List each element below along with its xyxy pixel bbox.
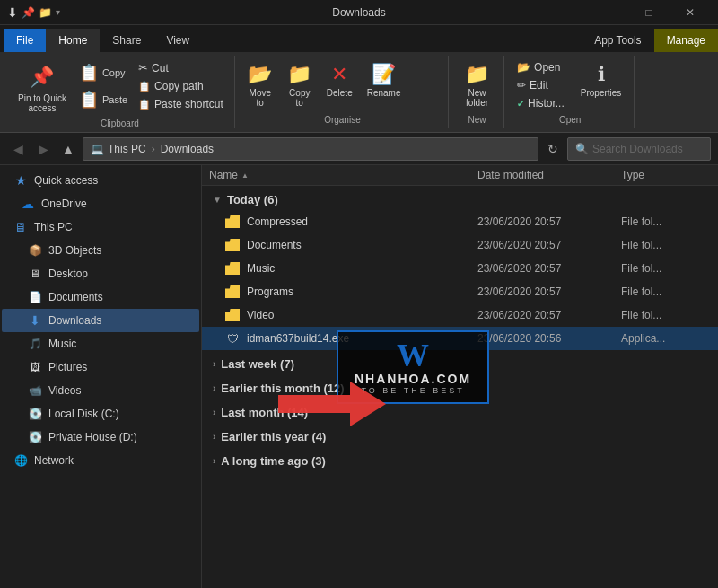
edit-button[interactable]: ✏ Edit bbox=[513, 77, 568, 93]
edit-icon: ✏ bbox=[517, 79, 526, 92]
col-name[interactable]: Name ▲ bbox=[209, 169, 477, 181]
pasteshortcut-button[interactable]: 📋 Paste shortcut bbox=[135, 96, 227, 112]
exe-icon: 🛡 bbox=[223, 329, 241, 347]
pin-icon: 📌 bbox=[28, 63, 57, 92]
properties-button[interactable]: ℹ Properties bbox=[575, 59, 627, 101]
group-earlierthisyear[interactable]: › Earlier this year (4) bbox=[202, 423, 718, 447]
file-row-programs[interactable]: Programs 23/06/2020 20:57 File fol... bbox=[202, 280, 718, 303]
tab-share[interactable]: Share bbox=[100, 29, 153, 52]
cut-icon: ✂ bbox=[138, 61, 148, 75]
privatehouse-d-icon: 💽 bbox=[27, 429, 43, 445]
videos-icon: 📹 bbox=[27, 382, 43, 399]
sidebar-item-pictures[interactable]: 🖼 Pictures bbox=[2, 355, 199, 379]
ribbon-group-open: 📂 Open ✏ Edit ✔ Histor... ℹ Properties O… bbox=[506, 56, 635, 128]
copyto-button[interactable]: 📁 Copy to bbox=[282, 59, 318, 111]
minimize-button[interactable]: ─ bbox=[587, 0, 628, 25]
up-button[interactable]: ▲ bbox=[57, 138, 79, 160]
properties-icon: ℹ bbox=[598, 63, 605, 86]
newfolder-icon: 📁 bbox=[465, 63, 489, 86]
file-row-music[interactable]: Music 23/06/2020 20:57 File fol... bbox=[202, 257, 718, 280]
sidebar-item-documents[interactable]: 📄 Documents bbox=[2, 285, 199, 309]
file-row-video[interactable]: Video 23/06/2020 20:57 File fol... bbox=[202, 303, 718, 327]
folder-icon bbox=[223, 283, 241, 301]
refresh-button[interactable]: ↻ bbox=[542, 137, 564, 161]
sidebar-item-music[interactable]: 🎵 Music bbox=[2, 332, 199, 355]
file-row-compressed[interactable]: Compressed 23/06/2020 20:57 File fol... bbox=[202, 210, 718, 233]
sidebar-item-3dobjects[interactable]: 📦 3D Objects bbox=[2, 239, 199, 262]
copy-button[interactable]: 📋 Copy bbox=[75, 61, 131, 84]
ribbon-group-clipboard: 📌 Pin to Quick access 📋 Copy 📋 Paste ✂ C… bbox=[5, 56, 235, 128]
tab-apptools[interactable]: App Tools bbox=[582, 29, 653, 52]
paste-button[interactable]: 📋 Paste bbox=[75, 88, 131, 111]
3dobjects-icon: 📦 bbox=[27, 242, 43, 259]
sort-arrow: ▲ bbox=[241, 171, 249, 180]
history-button[interactable]: ✔ Histor... bbox=[513, 95, 568, 111]
group-lastmonth-label: Last month (14) bbox=[221, 406, 308, 419]
delete-icon: ✕ bbox=[331, 63, 347, 86]
file-column-headers: Name ▲ Date modified Type bbox=[202, 165, 718, 186]
close-button[interactable]: ✕ bbox=[670, 0, 711, 25]
back-button[interactable]: ◀ bbox=[7, 138, 29, 160]
sidebar-item-network[interactable]: 🌐 Network bbox=[2, 449, 199, 472]
documents-icon: 📄 bbox=[27, 289, 43, 305]
title-pin-icon: 📌 bbox=[22, 6, 35, 19]
sidebar-item-thispc[interactable]: 🖥 This PC bbox=[2, 215, 199, 239]
maximize-button[interactable]: □ bbox=[628, 0, 670, 25]
paste-icon: 📋 bbox=[79, 90, 99, 110]
group-earlierthismonth-label: Earlier this month (12) bbox=[221, 382, 344, 395]
tab-view[interactable]: View bbox=[153, 29, 202, 52]
open-icon: 📂 bbox=[517, 61, 530, 74]
history-icon: ✔ bbox=[517, 99, 524, 109]
folder-icon bbox=[223, 236, 241, 254]
sidebar-item-downloads[interactable]: ⬇ Downloads bbox=[2, 309, 199, 332]
tab-file[interactable]: File bbox=[4, 29, 46, 52]
pin-to-quickaccess-button[interactable]: 📌 Pin to Quick access bbox=[13, 59, 72, 117]
chevron-right-icon: › bbox=[213, 359, 215, 369]
search-placeholder: Search Downloads bbox=[592, 143, 683, 155]
title-bar-icons: ⬇ 📌 📁 ▾ bbox=[7, 5, 60, 20]
rename-button[interactable]: 📝 Rename bbox=[362, 59, 407, 111]
sidebar: ★ Quick access ☁ OneDrive 🖥 This PC 📦 3D… bbox=[0, 165, 202, 588]
copypath-button[interactable]: 📋 Copy path bbox=[135, 78, 227, 94]
search-input[interactable]: 🔍 Search Downloads bbox=[567, 137, 711, 161]
moveto-icon: 📂 bbox=[248, 63, 272, 86]
title-folder-icon: 📁 bbox=[39, 6, 52, 19]
sidebar-item-quickaccess[interactable]: ★ Quick access bbox=[2, 169, 199, 192]
onedrive-icon: ☁ bbox=[20, 196, 36, 212]
tab-home[interactable]: Home bbox=[46, 29, 100, 52]
chevron-right-icon: › bbox=[213, 408, 215, 417]
addr-bar-icon: 💻 bbox=[91, 143, 104, 155]
group-today[interactable]: ▼ Today (6) bbox=[202, 186, 718, 210]
tab-manage[interactable]: Manage bbox=[654, 29, 718, 52]
col-date[interactable]: Date modified bbox=[477, 169, 621, 181]
col-type[interactable]: Type bbox=[621, 169, 711, 181]
ribbon-group-new: 📁 New folder New bbox=[451, 56, 504, 128]
folder-icon bbox=[223, 306, 241, 324]
sidebar-item-localdisk-c[interactable]: 💽 Local Disk (C:) bbox=[2, 402, 199, 426]
sidebar-item-onedrive[interactable]: ☁ OneDrive bbox=[2, 192, 199, 215]
forward-button[interactable]: ▶ bbox=[32, 138, 54, 160]
title-bar: ⬇ 📌 📁 ▾ Downloads ─ □ ✕ bbox=[0, 0, 718, 25]
addr-bar-thispc: This PC bbox=[108, 143, 146, 155]
sidebar-item-desktop[interactable]: 🖥 Desktop bbox=[2, 262, 199, 285]
delete-button[interactable]: ✕ Delete bbox=[321, 59, 358, 111]
sidebar-item-videos[interactable]: 📹 Videos bbox=[2, 379, 199, 402]
group-alongtimeago[interactable]: › A long time ago (3) bbox=[202, 447, 718, 471]
network-icon: 🌐 bbox=[13, 452, 29, 469]
watermark: W NHANHOA.COM TO BE THE BEST bbox=[337, 330, 489, 404]
cut-button[interactable]: ✂ Cut bbox=[135, 59, 227, 76]
watermark-line1: NHANHOA.COM bbox=[355, 372, 471, 386]
file-row-documents[interactable]: Documents 23/06/2020 20:57 File fol... bbox=[202, 233, 718, 257]
rename-icon: 📝 bbox=[372, 63, 396, 86]
address-bar[interactable]: 💻 This PC › Downloads bbox=[83, 137, 538, 161]
search-icon: 🔍 bbox=[575, 143, 589, 155]
moveto-button[interactable]: 📂 Move to bbox=[242, 59, 278, 111]
chevron-right-icon: › bbox=[213, 383, 215, 393]
sidebar-item-privatehouse-d[interactable]: 💽 Private House (D:) bbox=[2, 426, 199, 449]
downloads-icon: ⬇ bbox=[27, 312, 43, 329]
chevron-right-icon: › bbox=[213, 432, 215, 442]
group-today-label: Today (6) bbox=[227, 193, 278, 206]
newfolder-button[interactable]: 📁 New folder bbox=[460, 59, 495, 111]
open-button[interactable]: 📂 Open bbox=[513, 59, 568, 75]
group-lastweek-label: Last week (7) bbox=[221, 357, 294, 371]
